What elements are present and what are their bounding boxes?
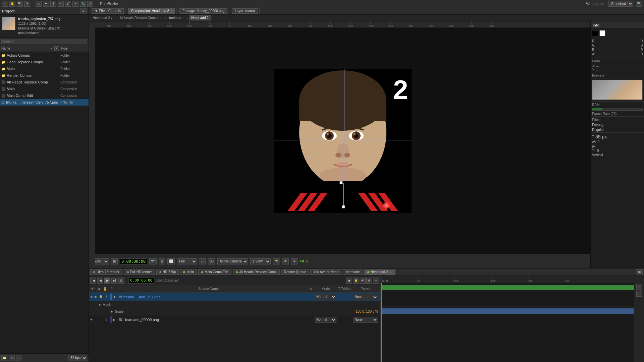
- mode-dropdown[interactable]: Normal: [315, 294, 336, 300]
- tool-paint[interactable]: ✏: [58, 1, 64, 7]
- layer-row[interactable]: 👁 5 ▶ 🖼 Head add_00000.png Normal: [89, 315, 380, 324]
- list-item[interactable]: 📁 Actors Comps Folder: [0, 52, 89, 59]
- parent-dropdown[interactable]: None: [353, 317, 378, 323]
- scale-row[interactable]: ◈ Scale 130.0, 130.0 %: [89, 308, 380, 315]
- tab-render-queue[interactable]: Render Queue: [281, 269, 309, 275]
- tab-layer[interactable]: Layer: (none): [232, 8, 258, 14]
- breadcrumb-head-add2[interactable]: Head add 2 ▸: [90, 15, 115, 20]
- tab-composition[interactable]: Composition: Head add 2 ×: [128, 8, 175, 14]
- camera-select[interactable]: Active Camera: [217, 258, 248, 264]
- scale-keyframe-icon[interactable]: ◈: [110, 310, 113, 313]
- tool-roto[interactable]: ⬡: [87, 1, 93, 7]
- 3d-renderer-icon[interactable]: 3D: [208, 258, 215, 264]
- tl-prev-frame[interactable]: ◀: [97, 278, 103, 284]
- list-item[interactable]: 📁 Main Folder: [0, 65, 89, 72]
- tab-full-hd[interactable]: Full HD render: [124, 269, 155, 275]
- layer-solo-toggle[interactable]: [94, 318, 98, 322]
- tl-ram-preview[interactable]: ⊡: [118, 278, 124, 284]
- new-folder-button[interactable]: 📁: [1, 355, 7, 361]
- layer-visibility-toggle[interactable]: 👁: [90, 295, 94, 299]
- list-item[interactable]: 📁 Render Comps Folder: [0, 72, 89, 79]
- col-options-icon[interactable]: ≡: [54, 46, 59, 51]
- tab-effect-controls[interactable]: ▼ Effect Controls: [92, 8, 124, 14]
- playhead[interactable]: [381, 283, 382, 362]
- safe-zones-icon[interactable]: ⬜: [167, 258, 175, 264]
- layer-visibility-toggle[interactable]: 👁: [90, 318, 94, 322]
- tab-hd-720p[interactable]: HD 720p: [156, 269, 179, 275]
- tool-pen[interactable]: ✒: [43, 1, 49, 7]
- tl-zoom-out[interactable]: -: [636, 291, 642, 297]
- workspace-select[interactable]: Standard: [608, 1, 633, 7]
- tool-arrow[interactable]: ↖: [2, 1, 8, 7]
- layer-mode-select[interactable]: Normal: [315, 317, 338, 323]
- tl-lock-icon[interactable]: 🔒: [353, 278, 359, 284]
- tab-hermione[interactable]: hermione: [343, 269, 363, 275]
- snapshot-icon[interactable]: 📸: [273, 258, 280, 264]
- import-button[interactable]: ↓: [16, 355, 22, 361]
- timeline-expand-icon[interactable]: ⊞: [636, 269, 643, 275]
- parent-dropdown[interactable]: None: [353, 294, 378, 300]
- tab-close-icon[interactable]: ×: [170, 9, 172, 13]
- tool-puppet[interactable]: 🔧: [80, 1, 86, 7]
- tool-camera-orbit[interactable]: ⟳: [24, 1, 30, 7]
- region-render-icon[interactable]: ▭: [199, 258, 206, 264]
- exposure-icon[interactable]: ☀: [291, 258, 298, 264]
- tab-footage[interactable]: Footage: Moody_00000.png: [179, 8, 227, 14]
- tool-rect[interactable]: ▭: [36, 1, 42, 7]
- list-item[interactable]: ⬛ All Heads Replace Comp Compositio: [0, 79, 89, 85]
- camera-icon[interactable]: 📷: [149, 258, 157, 264]
- tab-ultra-2k[interactable]: Ultra 2K render: [90, 269, 122, 275]
- tab-you-avatar[interactable]: You Avatar Head: [310, 269, 341, 275]
- breadcrumb-trminbar[interactable]: trminbar...: [167, 15, 186, 20]
- list-item[interactable]: ⬛ Main Compositio: [0, 85, 89, 92]
- search-input[interactable]: [1, 39, 87, 44]
- masks-row[interactable]: ▶ Masks: [89, 301, 380, 308]
- layer-expand-toggle[interactable]: ▶: [113, 318, 118, 321]
- tl-hide-icon[interactable]: 👁: [360, 278, 366, 284]
- tl-first-frame[interactable]: |◀: [90, 278, 96, 284]
- tab-main-comp-edit[interactable]: Main Comp Edit: [198, 269, 231, 275]
- tab-main[interactable]: Main: [180, 269, 197, 275]
- fit-icon[interactable]: ⊞: [111, 258, 118, 264]
- views-select[interactable]: 1 View 2 Views 4 Views: [250, 258, 271, 264]
- tl-play[interactable]: ▶: [104, 278, 110, 284]
- tl-zoom-in[interactable]: +: [636, 284, 642, 290]
- new-comp-button[interactable]: ⊞: [9, 355, 15, 361]
- breadcrumb-all-heads[interactable]: All heads Replace Comps ...: [117, 15, 164, 20]
- tl-solo-icon[interactable]: ◉: [346, 278, 352, 284]
- list-item[interactable]: 📁 Head Replace Comps Folder: [0, 59, 89, 65]
- tab-head-add2[interactable]: Head add 2 ×: [364, 269, 395, 275]
- project-menu-icon[interactable]: ≡: [80, 8, 87, 14]
- list-item[interactable]: ⬛ Main Comp Edit Compositio: [0, 92, 89, 99]
- tab-all-heads[interactable]: All Heads Replace Comp: [233, 269, 280, 275]
- breadcrumb-head-add2-active[interactable]: Head add 2: [189, 15, 211, 20]
- tl-next-frame[interactable]: ▶|: [111, 278, 117, 284]
- tool-clone[interactable]: 🖊: [65, 1, 71, 7]
- mode-dropdown[interactable]: Normal: [315, 317, 336, 323]
- quality-select[interactable]: Full Half Quarter: [177, 258, 197, 264]
- layer-solo-toggle[interactable]: ◉: [94, 295, 98, 299]
- layer-mode-select[interactable]: Normal: [315, 294, 338, 300]
- grid-icon[interactable]: ⊞: [159, 258, 165, 264]
- tool-type[interactable]: T: [50, 1, 56, 7]
- bpc-select[interactable]: 32 bpc 16 bpc 8 bpc: [68, 355, 87, 361]
- tool-zoom[interactable]: 🔍: [17, 1, 23, 7]
- tl-settings-icon[interactable]: ≡: [373, 278, 379, 284]
- layer-expand-toggle[interactable]: ▼: [113, 295, 118, 299]
- layer-row[interactable]: 👁 ◉ 🔒 1 ▼ 🖼 trturka_...den_757.png: [89, 293, 380, 301]
- tool-hand[interactable]: ✋: [9, 1, 15, 7]
- track-row-5[interactable]: [381, 307, 644, 315]
- track-row-1[interactable]: [381, 283, 644, 292]
- tab-close-timeline[interactable]: ×: [390, 270, 392, 274]
- tl-col-icon[interactable]: ⚙: [366, 278, 372, 284]
- layer-parent-select[interactable]: None: [353, 317, 380, 323]
- show-snapshot-icon[interactable]: 👁: [282, 258, 289, 264]
- list-item[interactable]: 🖼 trturka_...herseyimden_757.png PNG fil…: [0, 99, 89, 106]
- layer-lock-toggle[interactable]: [99, 318, 103, 322]
- viewer-canvas[interactable]: 2: [95, 27, 590, 254]
- search-icon-top[interactable]: 🔍: [636, 1, 642, 7]
- layer-parent-select[interactable]: None: [353, 294, 380, 300]
- tool-eraser[interactable]: ✂: [72, 1, 78, 7]
- timeline-tracks[interactable]: + -: [381, 283, 644, 362]
- layer-lock-toggle[interactable]: 🔒: [99, 295, 103, 299]
